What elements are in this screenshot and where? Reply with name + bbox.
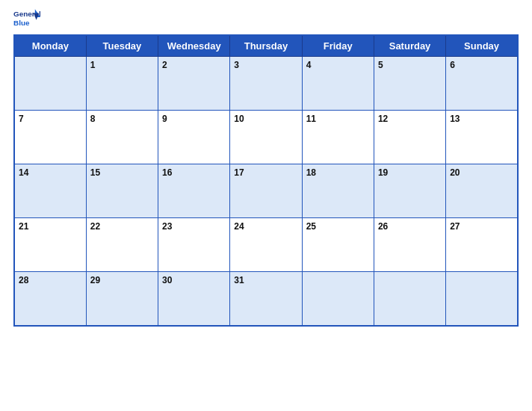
- table-row: 27: [446, 218, 518, 272]
- col-saturday: Saturday: [374, 35, 445, 57]
- table-row: 2: [158, 57, 230, 111]
- svg-text:Blue: Blue: [13, 19, 30, 27]
- calendar-week-row: 123456: [14, 57, 518, 111]
- day-number: 11: [306, 114, 316, 124]
- table-row: 17: [230, 164, 302, 218]
- day-number: 25: [306, 221, 316, 232]
- table-row: 24: [230, 218, 302, 272]
- table-row: 9: [158, 111, 230, 164]
- table-row: 7: [14, 111, 86, 164]
- day-number: 8: [90, 114, 96, 124]
- table-row: 23: [158, 218, 230, 272]
- table-row: 6: [446, 57, 518, 111]
- table-row: 21: [14, 218, 86, 272]
- day-number: 27: [450, 221, 460, 232]
- day-number: 7: [19, 114, 24, 124]
- table-row: 8: [86, 111, 158, 164]
- day-number: 21: [19, 221, 28, 232]
- day-number: 31: [234, 275, 244, 285]
- day-number: 18: [306, 167, 316, 178]
- table-row: [14, 57, 86, 111]
- table-row: 5: [374, 57, 445, 111]
- table-row: 12: [374, 111, 445, 164]
- day-number: 12: [378, 114, 388, 124]
- col-tuesday: Tuesday: [86, 35, 158, 57]
- table-row: 15: [86, 164, 158, 218]
- table-row: 31: [230, 272, 302, 326]
- weekday-header-row: Monday Tuesday Wednesday Thursday Friday…: [14, 35, 518, 57]
- col-thursday: Thursday: [230, 35, 302, 57]
- logo-icon: General Blue: [13, 7, 40, 28]
- day-number: 19: [378, 167, 388, 178]
- table-row: 11: [302, 111, 374, 164]
- day-number: 30: [162, 275, 172, 285]
- table-row: 30: [158, 272, 230, 326]
- col-monday: Monday: [14, 35, 86, 57]
- calendar-week-row: 14151617181920: [14, 164, 518, 218]
- table-row: 29: [86, 272, 158, 326]
- day-number: 1: [90, 60, 96, 70]
- logo-area: General Blue: [13, 7, 40, 28]
- table-row: 25: [302, 218, 374, 272]
- table-row: 28: [14, 272, 86, 326]
- table-row: 26: [374, 218, 445, 272]
- day-number: 15: [90, 167, 100, 178]
- table-row: 10: [230, 111, 302, 164]
- day-number: 20: [450, 167, 460, 178]
- table-row: 18: [302, 164, 374, 218]
- calendar-week-row: 21222324252627: [14, 218, 518, 272]
- col-sunday: Sunday: [446, 35, 518, 57]
- col-wednesday: Wednesday: [158, 35, 230, 57]
- day-number: 24: [234, 221, 244, 232]
- day-number: 14: [19, 167, 28, 178]
- day-number: 28: [19, 275, 28, 285]
- day-number: 4: [306, 60, 312, 70]
- table-row: 20: [446, 164, 518, 218]
- calendar-week-row: 28293031: [14, 272, 518, 326]
- header: General Blue: [13, 7, 519, 28]
- calendar-table: Monday Tuesday Wednesday Thursday Friday…: [13, 34, 519, 327]
- table-row: 16: [158, 164, 230, 218]
- day-number: 3: [234, 60, 239, 70]
- day-number: 5: [378, 60, 383, 70]
- day-number: 23: [162, 221, 172, 232]
- table-row: [374, 272, 445, 326]
- table-row: [302, 272, 374, 326]
- day-number: 6: [450, 60, 455, 70]
- day-number: 10: [234, 114, 244, 124]
- calendar-page: General Blue Monday Tuesday Wednesday Th…: [0, 0, 532, 411]
- table-row: 4: [302, 57, 374, 111]
- table-row: 3: [230, 57, 302, 111]
- table-row: 22: [86, 218, 158, 272]
- table-row: 1: [86, 57, 158, 111]
- table-row: 14: [14, 164, 86, 218]
- day-number: 2: [162, 60, 167, 70]
- table-row: 13: [446, 111, 518, 164]
- day-number: 13: [450, 114, 460, 124]
- day-number: 26: [378, 221, 388, 232]
- day-number: 9: [162, 114, 167, 124]
- day-number: 16: [162, 167, 172, 178]
- table-row: [446, 272, 518, 326]
- day-number: 17: [234, 167, 244, 178]
- day-number: 29: [90, 275, 100, 285]
- day-number: 22: [90, 221, 100, 232]
- col-friday: Friday: [302, 35, 374, 57]
- table-row: 19: [374, 164, 445, 218]
- calendar-week-row: 78910111213: [14, 111, 518, 164]
